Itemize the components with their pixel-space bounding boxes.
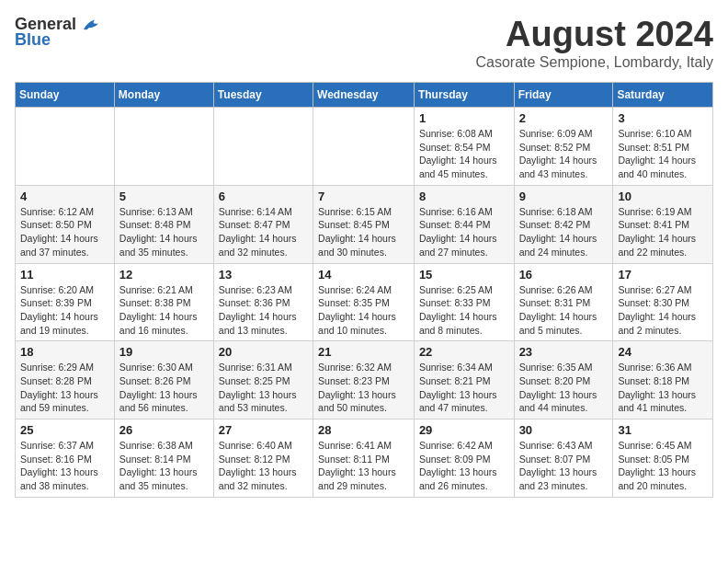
logo: General Blue: [15, 15, 102, 50]
location-subtitle: Casorate Sempione, Lombardy, Italy: [476, 54, 714, 71]
day-number: 30: [519, 423, 609, 437]
day-number: 16: [519, 268, 609, 282]
day-number: 31: [618, 423, 708, 437]
table-row: 5Sunrise: 6:13 AMSunset: 8:48 PMDaylight…: [114, 185, 213, 263]
table-row: 10Sunrise: 6:19 AMSunset: 8:41 PMDayligh…: [613, 185, 713, 263]
day-info: Sunrise: 6:21 AMSunset: 8:38 PMDaylight:…: [119, 283, 209, 338]
day-number: 11: [20, 268, 109, 282]
table-row: 13Sunrise: 6:23 AMSunset: 8:36 PMDayligh…: [213, 263, 313, 341]
table-row: 6Sunrise: 6:14 AMSunset: 8:47 PMDaylight…: [213, 185, 313, 263]
day-number: 2: [519, 111, 609, 125]
table-row: 11Sunrise: 6:20 AMSunset: 8:39 PMDayligh…: [16, 263, 115, 341]
day-number: 26: [119, 423, 209, 437]
day-number: 17: [618, 268, 708, 282]
table-row: [114, 108, 213, 186]
col-sunday: Sunday: [16, 83, 115, 108]
table-row: 14Sunrise: 6:24 AMSunset: 8:35 PMDayligh…: [313, 263, 415, 341]
col-wednesday: Wednesday: [313, 83, 415, 108]
day-info: Sunrise: 6:10 AMSunset: 8:51 PMDaylight:…: [618, 127, 708, 181]
day-info: Sunrise: 6:25 AMSunset: 8:33 PMDaylight:…: [419, 283, 509, 338]
day-info: Sunrise: 6:38 AMSunset: 8:14 PMDaylight:…: [119, 439, 209, 493]
day-info: Sunrise: 6:15 AMSunset: 8:45 PMDaylight:…: [318, 205, 409, 259]
table-row: 29Sunrise: 6:42 AMSunset: 8:09 PMDayligh…: [414, 419, 514, 498]
day-info: Sunrise: 6:16 AMSunset: 8:44 PMDaylight:…: [419, 205, 509, 259]
table-row: 28Sunrise: 6:41 AMSunset: 8:11 PMDayligh…: [313, 419, 415, 498]
col-thursday: Thursday: [414, 83, 514, 108]
table-row: 30Sunrise: 6:43 AMSunset: 8:07 PMDayligh…: [514, 419, 613, 498]
day-number: 7: [318, 190, 409, 203]
table-row: 16Sunrise: 6:26 AMSunset: 8:31 PMDayligh…: [514, 263, 613, 341]
month-year-title: August 2024: [476, 15, 714, 54]
table-row: 24Sunrise: 6:36 AMSunset: 8:18 PMDayligh…: [613, 341, 713, 419]
day-info: Sunrise: 6:35 AMSunset: 8:20 PMDaylight:…: [519, 361, 609, 415]
table-row: [213, 108, 313, 186]
day-number: 22: [419, 345, 509, 359]
table-row: 26Sunrise: 6:38 AMSunset: 8:14 PMDayligh…: [114, 419, 213, 498]
day-info: Sunrise: 6:31 AMSunset: 8:25 PMDaylight:…: [219, 361, 308, 415]
table-row: 22Sunrise: 6:34 AMSunset: 8:21 PMDayligh…: [414, 341, 514, 419]
table-row: 17Sunrise: 6:27 AMSunset: 8:30 PMDayligh…: [613, 263, 713, 341]
table-row: 25Sunrise: 6:37 AMSunset: 8:16 PMDayligh…: [16, 419, 115, 498]
day-number: 9: [519, 190, 609, 203]
table-row: 12Sunrise: 6:21 AMSunset: 8:38 PMDayligh…: [114, 263, 213, 341]
day-info: Sunrise: 6:26 AMSunset: 8:31 PMDaylight:…: [519, 283, 609, 338]
table-row: 21Sunrise: 6:32 AMSunset: 8:23 PMDayligh…: [313, 341, 415, 419]
table-row: 9Sunrise: 6:18 AMSunset: 8:42 PMDaylight…: [514, 185, 613, 263]
day-number: 27: [219, 423, 308, 437]
day-number: 18: [20, 345, 109, 359]
day-info: Sunrise: 6:30 AMSunset: 8:26 PMDaylight:…: [119, 361, 209, 415]
table-row: 31Sunrise: 6:45 AMSunset: 8:05 PMDayligh…: [613, 419, 713, 498]
day-number: 23: [519, 345, 609, 359]
day-info: Sunrise: 6:36 AMSunset: 8:18 PMDaylight:…: [618, 361, 708, 415]
calendar-title-area: August 2024 Casorate Sempione, Lombardy,…: [476, 15, 714, 71]
table-row: 1Sunrise: 6:08 AMSunset: 8:54 PMDaylight…: [414, 108, 514, 186]
table-row: 20Sunrise: 6:31 AMSunset: 8:25 PMDayligh…: [213, 341, 313, 419]
day-info: Sunrise: 6:43 AMSunset: 8:07 PMDaylight:…: [519, 439, 609, 493]
logo-blue-text: Blue: [15, 30, 51, 50]
day-number: 15: [419, 268, 509, 282]
col-friday: Friday: [514, 83, 613, 108]
table-row: 15Sunrise: 6:25 AMSunset: 8:33 PMDayligh…: [414, 263, 514, 341]
col-tuesday: Tuesday: [213, 83, 313, 108]
table-row: 8Sunrise: 6:16 AMSunset: 8:44 PMDaylight…: [414, 185, 514, 263]
page-header: General Blue August 2024 Casorate Sempio…: [15, 15, 713, 71]
calendar-week-row: 18Sunrise: 6:29 AMSunset: 8:28 PMDayligh…: [16, 341, 713, 419]
day-info: Sunrise: 6:09 AMSunset: 8:52 PMDaylight:…: [519, 127, 609, 181]
day-number: 5: [119, 190, 209, 203]
day-info: Sunrise: 6:34 AMSunset: 8:21 PMDaylight:…: [419, 361, 509, 415]
calendar-week-row: 25Sunrise: 6:37 AMSunset: 8:16 PMDayligh…: [16, 419, 713, 498]
calendar-week-row: 1Sunrise: 6:08 AMSunset: 8:54 PMDaylight…: [16, 108, 713, 186]
day-number: 8: [419, 190, 509, 203]
day-number: 10: [618, 190, 708, 203]
day-number: 21: [318, 345, 409, 359]
day-info: Sunrise: 6:42 AMSunset: 8:09 PMDaylight:…: [419, 439, 509, 493]
day-info: Sunrise: 6:24 AMSunset: 8:35 PMDaylight:…: [318, 283, 409, 338]
day-number: 28: [318, 423, 409, 437]
day-number: 6: [219, 190, 308, 203]
table-row: 2Sunrise: 6:09 AMSunset: 8:52 PMDaylight…: [514, 108, 613, 186]
day-info: Sunrise: 6:18 AMSunset: 8:42 PMDaylight:…: [519, 205, 609, 259]
table-row: 27Sunrise: 6:40 AMSunset: 8:12 PMDayligh…: [213, 419, 313, 498]
day-info: Sunrise: 6:45 AMSunset: 8:05 PMDaylight:…: [618, 439, 708, 493]
day-info: Sunrise: 6:27 AMSunset: 8:30 PMDaylight:…: [618, 283, 708, 338]
day-info: Sunrise: 6:32 AMSunset: 8:23 PMDaylight:…: [318, 361, 409, 415]
day-info: Sunrise: 6:37 AMSunset: 8:16 PMDaylight:…: [20, 439, 109, 493]
day-number: 29: [419, 423, 509, 437]
col-saturday: Saturday: [613, 83, 713, 108]
day-number: 20: [219, 345, 308, 359]
calendar-week-row: 4Sunrise: 6:12 AMSunset: 8:50 PMDaylight…: [16, 185, 713, 263]
day-number: 12: [119, 268, 209, 282]
table-row: 19Sunrise: 6:30 AMSunset: 8:26 PMDayligh…: [114, 341, 213, 419]
col-monday: Monday: [114, 83, 213, 108]
table-row: [16, 108, 115, 186]
day-info: Sunrise: 6:40 AMSunset: 8:12 PMDaylight:…: [219, 439, 308, 493]
logo-bird-icon: [80, 16, 102, 34]
day-info: Sunrise: 6:13 AMSunset: 8:48 PMDaylight:…: [119, 205, 209, 259]
table-row: 7Sunrise: 6:15 AMSunset: 8:45 PMDaylight…: [313, 185, 415, 263]
day-info: Sunrise: 6:19 AMSunset: 8:41 PMDaylight:…: [618, 205, 708, 259]
calendar-table: Sunday Monday Tuesday Wednesday Thursday…: [15, 82, 713, 498]
day-info: Sunrise: 6:08 AMSunset: 8:54 PMDaylight:…: [419, 127, 509, 181]
day-number: 14: [318, 268, 409, 282]
day-info: Sunrise: 6:14 AMSunset: 8:47 PMDaylight:…: [219, 205, 308, 259]
day-number: 1: [419, 111, 509, 125]
